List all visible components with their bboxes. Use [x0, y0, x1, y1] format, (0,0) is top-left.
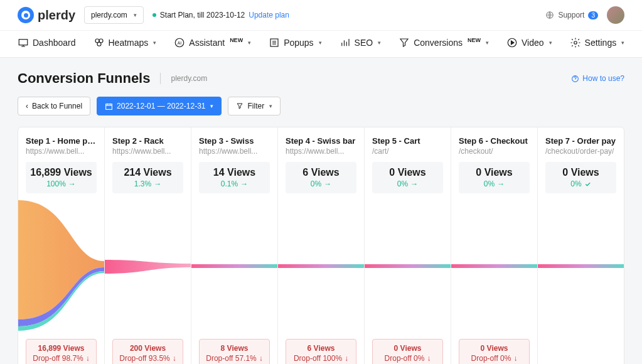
- nav-heatmaps[interactable]: Heatmaps▾: [94, 37, 157, 48]
- svg-point-9: [574, 41, 577, 45]
- views-pct: 100%→: [28, 179, 94, 188]
- funnel-row: Step 1 - Home page https://www.bell... 1…: [18, 127, 624, 364]
- main-nav: Dashboard Heatmaps▾ AIAssistantNEW▾ Popu…: [0, 31, 642, 58]
- funnel-step: Step 5 - Cart /cart/ 0 Views 0%→ 0 Views…: [365, 127, 451, 364]
- date-range-button[interactable]: 2022-12-01 — 2022-12-31 ▾: [97, 97, 222, 115]
- dropoff-pct: Drop-off 57.1%↓: [202, 354, 267, 363]
- chevron-down-icon: ▾: [378, 40, 381, 46]
- dropoff-pct: Drop-off 0%↓: [462, 354, 527, 363]
- globe-icon: [545, 11, 554, 19]
- views-count: 16,899 Views: [28, 167, 94, 178]
- nav-conversions[interactable]: ConversionsNEW▾: [399, 37, 489, 48]
- funnel-step: Step 2 - Rack https://www.bell... 214 Vi…: [105, 127, 191, 364]
- funnel-panel: Step 1 - Home page https://www.bell... 1…: [18, 127, 624, 364]
- chevron-down-icon: ▾: [134, 12, 137, 18]
- chevron-down-icon: ▾: [486, 40, 489, 46]
- funnel-step: Step 6 - Checkout /checkout/ 0 Views 0%→…: [451, 127, 538, 364]
- brand-name: plerdy: [38, 8, 75, 23]
- top-bar: plerdy plerdy.com ▾ Start Plan, till 202…: [0, 0, 642, 31]
- svg-rect-12: [191, 264, 277, 268]
- site-selector[interactable]: plerdy.com ▾: [84, 6, 144, 24]
- support-count-badge: 3: [588, 11, 598, 19]
- svg-rect-15: [451, 264, 537, 268]
- controls-row: ‹ Back to Funnel 2022-12-01 — 2022-12-31…: [18, 97, 624, 115]
- views-box: 0 Views 0%→: [372, 162, 443, 193]
- site-selector-label: plerdy.com: [91, 11, 127, 19]
- dropoff-views: 8 Views: [202, 344, 267, 353]
- svg-rect-13: [278, 264, 364, 268]
- dropoff-views: 16,899 Views: [29, 344, 94, 353]
- nav-settings[interactable]: Settings▾: [570, 37, 625, 48]
- funnel-step: Step 3 - Swiss https://www.bell... 14 Vi…: [191, 127, 278, 364]
- views-pct: 0%→: [288, 179, 354, 188]
- views-pct: 0%→: [461, 179, 527, 188]
- page-header: Conversion Funnels plerdy.com How to use…: [18, 70, 624, 87]
- step-url: /checkout/order-pay/: [545, 147, 616, 156]
- flow-chart: [191, 197, 277, 335]
- funnel-step: Step 7 - Order pay /checkout/order-pay/ …: [538, 127, 624, 364]
- chevron-down-icon: ▾: [269, 103, 272, 109]
- views-box: 16,899 Views 100%→: [26, 162, 97, 193]
- flow-chart: [538, 197, 624, 335]
- help-icon: [571, 75, 579, 83]
- nav-popups[interactable]: Popups▾: [269, 37, 321, 48]
- flow-chart: [451, 197, 537, 335]
- step-url: https://www.bell...: [112, 147, 183, 156]
- flow-chart: [18, 197, 104, 335]
- nav-dashboard[interactable]: Dashboard: [18, 37, 76, 48]
- step-title: Step 7 - Order pay: [545, 136, 616, 146]
- views-pct: 0.1%→: [201, 179, 267, 188]
- update-plan-link[interactable]: Update plan: [249, 11, 289, 19]
- dropoff-views: 0 Views: [375, 344, 440, 353]
- nav-assistant[interactable]: AIAssistantNEW▾: [174, 37, 251, 48]
- flow-chart: [278, 197, 364, 335]
- chevron-down-icon: ▾: [621, 40, 624, 46]
- chevron-down-icon: ▾: [248, 40, 251, 46]
- page-body: Conversion Funnels plerdy.com How to use…: [0, 58, 642, 364]
- funnel-step: Step 4 - Swiss bar https://www.bell... 6…: [278, 127, 365, 364]
- dropoff-pct: Drop-off 0%↓: [375, 354, 440, 363]
- user-avatar[interactable]: [607, 6, 624, 24]
- step-title: Step 1 - Home page: [26, 136, 97, 146]
- views-count: 0 Views: [375, 167, 441, 178]
- step-url: https://www.bell...: [199, 147, 270, 156]
- nav-video[interactable]: Video▾: [506, 37, 552, 48]
- status-dot-icon: [152, 13, 156, 17]
- filter-icon: [236, 102, 243, 110]
- svg-rect-11: [106, 104, 112, 109]
- views-count: 0 Views: [461, 167, 527, 178]
- step-title: Step 3 - Swiss: [199, 136, 270, 146]
- plan-info: Start Plan, till 2023-10-12 Update plan: [152, 11, 289, 19]
- dropoff-views: 0 Views: [462, 344, 527, 353]
- svg-rect-16: [538, 264, 624, 268]
- chevron-left-icon: ‹: [26, 102, 28, 110]
- back-to-funnel-button[interactable]: ‹ Back to Funnel: [18, 97, 90, 115]
- chevron-down-icon: ▾: [210, 103, 213, 109]
- dropoff-box: 16,899 Views Drop-off 98.7%↓: [26, 339, 97, 364]
- calendar-icon: [105, 102, 113, 110]
- views-box: 6 Views 0%→: [286, 162, 356, 193]
- views-box: 0 Views 0%: [545, 162, 616, 193]
- nav-seo[interactable]: SEO▾: [340, 37, 382, 48]
- dropoff-box: 0 Views Drop-off 0%↓: [459, 339, 530, 364]
- support-link[interactable]: Support 3: [545, 11, 598, 19]
- step-title: Step 4 - Swiss bar: [286, 136, 356, 146]
- support-label: Support: [558, 11, 584, 19]
- views-pct: 0%: [548, 179, 614, 188]
- dropoff-views: 6 Views: [289, 344, 353, 353]
- dropoff-views: 200 Views: [115, 344, 180, 353]
- svg-text:AI: AI: [178, 41, 182, 45]
- dropoff-box: 0 Views Drop-off 0%↓: [372, 339, 443, 364]
- step-url: https://www.bell...: [286, 147, 356, 156]
- dropoff-box: 8 Views Drop-off 57.1%↓: [199, 339, 270, 364]
- how-to-use-link[interactable]: How to use?: [571, 74, 624, 83]
- svg-rect-1: [19, 40, 28, 45]
- page-subdomain: plerdy.com: [171, 74, 207, 83]
- dropoff-box: 200 Views Drop-off 93.5%↓: [112, 339, 183, 364]
- brand-logo[interactable]: plerdy: [18, 7, 75, 23]
- page-title: Conversion Funnels: [18, 70, 150, 87]
- filter-button[interactable]: Filter ▾: [228, 97, 281, 115]
- svg-point-4: [97, 42, 101, 46]
- chevron-down-icon: ▾: [549, 40, 552, 46]
- views-count: 14 Views: [201, 167, 267, 178]
